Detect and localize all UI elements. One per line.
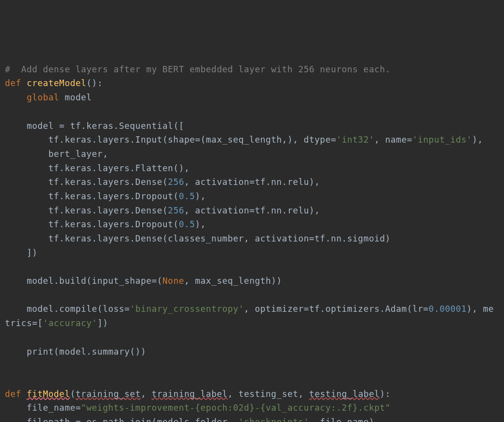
- code-text: print(model.summary()): [5, 347, 146, 357]
- code-text: ),: [195, 191, 206, 201]
- keyword-def: def: [5, 389, 21, 399]
- code-text: tf.keras.layers.Dropout(: [5, 219, 179, 229]
- code-text: , max_seq_length)): [184, 276, 282, 286]
- code-text: , activation=tf.nn.relu),: [184, 177, 320, 187]
- number-literal: 0.5: [179, 219, 195, 229]
- string-literal: 'accuracy': [43, 318, 97, 328]
- code-text: ),: [195, 219, 206, 229]
- code-text: file_name=: [5, 403, 81, 413]
- number-literal: 256: [168, 206, 184, 215]
- param-name: testing_label: [309, 389, 379, 399]
- param-name: training_set: [76, 389, 141, 399]
- code-text: ]): [97, 318, 108, 328]
- keyword-def: def: [5, 78, 21, 88]
- string-literal: 'input_ids': [412, 135, 472, 145]
- code-text: tf.keras.layers.Dense(classes_number, ac…: [5, 234, 391, 243]
- code-text: tf.keras.layers.Dropout(: [5, 191, 179, 201]
- number-literal: 0.00001: [429, 304, 467, 314]
- code-text: ():: [87, 78, 103, 88]
- code-text: , file_name): [309, 417, 374, 422]
- code-text: ,: [141, 389, 152, 399]
- code-text: model.compile(loss=: [5, 304, 130, 314]
- function-name: fitModel: [27, 389, 70, 399]
- code-text: bert_layer,: [5, 149, 108, 159]
- param-name: training_label: [152, 389, 228, 399]
- code-comment: # Add dense layers after my BERT embedde…: [5, 64, 391, 74]
- code-text: , activation=tf.nn.relu),: [184, 206, 320, 215]
- code-text: , name=: [374, 135, 412, 145]
- code-text: model = tf.keras.Sequential([: [27, 121, 184, 131]
- param-name: testing_set: [239, 389, 298, 399]
- number-literal: 256: [168, 177, 184, 187]
- string-literal: 'int32': [336, 135, 374, 145]
- code-text: model.build(input_shape=(: [5, 276, 162, 286]
- code-text: tf.keras.layers.Input(shape=(max_seq_len…: [5, 135, 336, 145]
- keyword-none: None: [162, 276, 184, 286]
- code-text: , optimizer=tf.optimizers.Adam(lr=: [244, 304, 429, 314]
- code-text: tf.keras.layers.Dense(: [5, 177, 168, 187]
- string-literal: 'checkpoints': [239, 417, 309, 422]
- code-text: filepath = os.path.join(models_folder,: [5, 417, 239, 422]
- code-text: (: [70, 389, 75, 399]
- code-text: tf.keras.layers.Dense(: [5, 206, 168, 215]
- code-text: model: [64, 92, 92, 102]
- code-block: # Add dense layers after my BERT embedde…: [5, 62, 499, 422]
- code-text: ,: [228, 389, 239, 399]
- string-literal: "weights-improvement-{epoch:02d}-{val_ac…: [81, 403, 391, 413]
- code-text: ,: [298, 389, 309, 399]
- function-name: createModel: [27, 78, 86, 88]
- string-literal: 'binary_crossentropy': [130, 304, 244, 314]
- code-text: ):: [380, 389, 391, 399]
- code-text: tf.keras.layers.Flatten(),: [5, 163, 189, 173]
- code-text: ]): [5, 248, 37, 258]
- keyword-global: global: [27, 92, 59, 102]
- number-literal: 0.5: [179, 191, 195, 201]
- code-text: ),: [472, 135, 483, 145]
